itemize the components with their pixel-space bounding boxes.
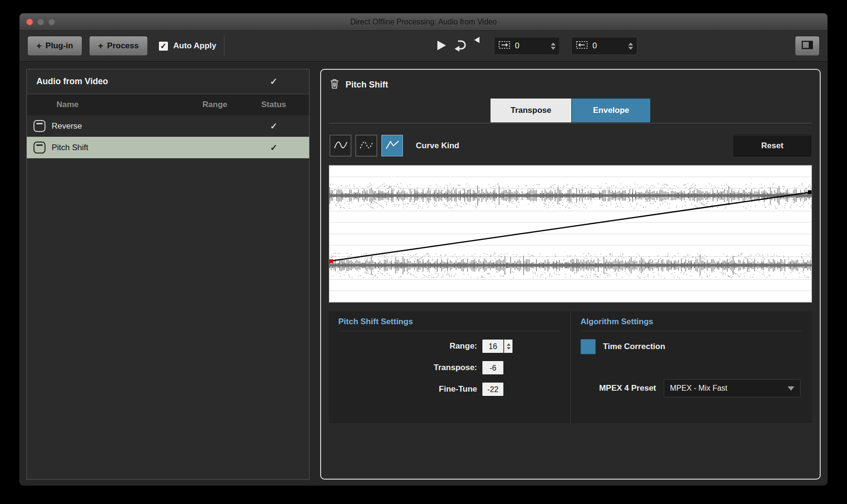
transpose-value-field[interactable]: -6: [482, 361, 504, 375]
extend-end-value: 0: [592, 41, 624, 51]
time-correction-checkbox[interactable]: [580, 339, 596, 354]
plus-icon: +: [98, 41, 103, 51]
status-check-icon: ✓: [246, 142, 301, 153]
audition-play-button[interactable]: [432, 39, 450, 53]
curve-linear-button[interactable]: [381, 135, 403, 156]
auto-apply-label: Auto Apply: [173, 41, 216, 51]
minimize-button[interactable]: [37, 19, 44, 25]
settings-area: Pitch Shift Settings Range: 16 Transpose…: [329, 311, 812, 423]
toolbar-separator: [224, 36, 224, 56]
column-name: Name: [56, 100, 184, 110]
envelope-display[interactable]: [329, 165, 812, 303]
all-applied-check-icon: ✓: [246, 76, 301, 87]
extend-start-spinner[interactable]: [551, 43, 556, 50]
mpex-preset-label: MPEX 4 Preset: [599, 383, 656, 393]
titlebar[interactable]: Direct Offline Processing: Audio from Vi…: [20, 13, 827, 31]
pitch-shift-settings: Pitch Shift Settings Range: 16 Transpose…: [329, 311, 570, 423]
process-list-columns: Name Range Status: [27, 94, 309, 115]
volume-flyout-icon: [474, 37, 479, 44]
process-row-pitch-shift[interactable]: Pitch Shift ✓: [27, 137, 309, 158]
add-process-label: Process: [107, 41, 139, 51]
dashed-curve-icon: [359, 140, 374, 152]
direct-offline-processing-window: Direct Offline Processing: Audio from Vi…: [19, 13, 828, 486]
extend-end-field[interactable]: 0: [571, 37, 637, 55]
dropdown-caret-icon: [788, 386, 794, 391]
algorithm-settings-title: Algorithm Settings: [580, 317, 802, 331]
curve-smooth-button[interactable]: [330, 135, 351, 156]
reset-button[interactable]: Reset: [734, 135, 811, 156]
process-editor-panel: Pitch Shift Transpose Envelope: [320, 69, 821, 480]
extend-start-value: 0: [515, 41, 546, 51]
process-name: Reverse: [52, 121, 82, 131]
window-title: Direct Offline Processing: Audio from Vi…: [350, 18, 497, 26]
tabs-row: Transpose Envelope: [329, 98, 812, 123]
curve-kind-row: Curve Kind Reset: [329, 135, 812, 156]
process-name: Pitch Shift: [52, 143, 89, 153]
transpose-label: Transpose:: [338, 363, 477, 373]
auto-apply-checkbox[interactable]: ✓: [158, 41, 168, 51]
editor-title: Pitch Shift: [345, 80, 388, 90]
status-check-icon: ✓: [246, 121, 301, 131]
extend-end-spinner[interactable]: [628, 43, 633, 50]
fine-tune-value-field[interactable]: -22: [482, 382, 504, 396]
extend-start-field[interactable]: 0: [494, 37, 560, 55]
close-button[interactable]: [26, 19, 33, 25]
audition-volume-button[interactable]: [471, 37, 482, 44]
extend-end-icon: [576, 41, 588, 51]
tab-transpose[interactable]: Transpose: [490, 98, 571, 123]
fine-tune-label: Fine-Tune: [338, 384, 477, 394]
curve-damped-button[interactable]: [356, 135, 377, 156]
process-list-header: Audio from Video ✓: [27, 69, 309, 94]
extend-start-icon: [498, 41, 511, 51]
linear-curve-icon: [385, 140, 400, 152]
editor-header: Pitch Shift: [329, 75, 812, 96]
loop-icon: [453, 38, 468, 54]
audition-loop-button[interactable]: [450, 38, 470, 54]
toolbar: + Plug-in + Process ✓ Auto Apply: [20, 31, 827, 62]
zoom-button[interactable]: [48, 19, 55, 25]
algorithm-settings: Algorithm Settings Time Correction MPEX …: [570, 311, 812, 423]
smooth-curve-icon: [334, 140, 348, 152]
plus-icon: +: [36, 41, 42, 51]
delete-process-button[interactable]: [330, 78, 339, 91]
tab-envelope[interactable]: Envelope: [571, 98, 651, 123]
mpex-preset-value: MPEX - Mix Fast: [670, 384, 727, 393]
auto-apply-control: ✓ Auto Apply: [158, 41, 216, 51]
mpex-preset-dropdown[interactable]: MPEX - Mix Fast: [664, 379, 801, 397]
process-row-reverse[interactable]: Reverse ✓: [27, 115, 309, 137]
curve-kind-label: Curve Kind: [416, 141, 459, 151]
clip-name: Audio from Video: [36, 77, 184, 87]
range-label: Range:: [338, 341, 477, 351]
process-icon: [33, 120, 45, 132]
time-correction-label: Time Correction: [603, 342, 665, 351]
add-plugin-button[interactable]: + Plug-in: [27, 36, 82, 56]
traffic-lights: [26, 13, 55, 30]
panel-layout-icon: [802, 41, 813, 52]
column-range: Range: [184, 100, 246, 110]
add-process-button[interactable]: + Process: [89, 36, 148, 56]
add-plugin-label: Plug-in: [45, 41, 73, 51]
column-status: Status: [246, 100, 301, 110]
range-spinner[interactable]: [504, 339, 513, 353]
process-list-panel: Audio from Video ✓ Name Range Status Rev…: [26, 69, 310, 480]
range-value-field[interactable]: 16: [482, 339, 504, 353]
process-icon: [33, 142, 45, 153]
window-layout-button[interactable]: [795, 36, 820, 56]
content-area: Audio from Video ✓ Name Range Status Rev…: [20, 62, 827, 485]
pitch-shift-settings-title: Pitch Shift Settings: [338, 317, 561, 331]
transport-cluster: 0 0: [432, 31, 637, 61]
play-icon: [435, 39, 447, 53]
